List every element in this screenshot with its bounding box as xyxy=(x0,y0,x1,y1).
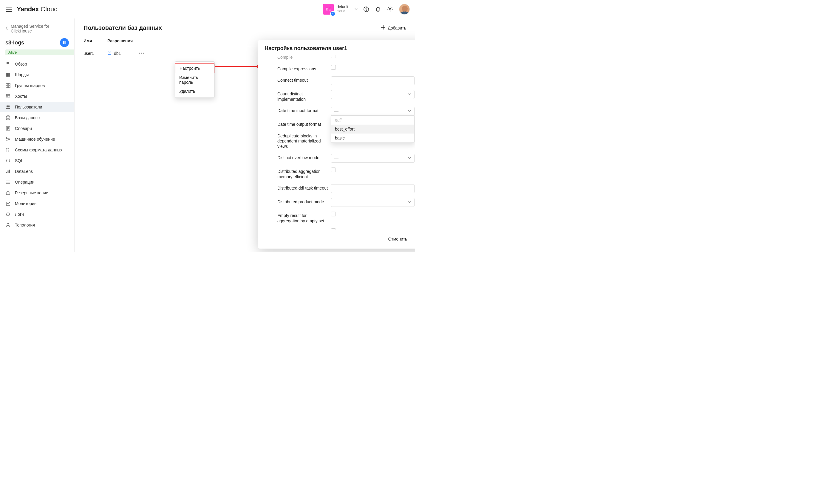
sidebar-item-10[interactable]: DataLens xyxy=(0,166,74,177)
chevron-down-icon xyxy=(354,7,358,12)
dd-basic[interactable]: basic xyxy=(331,133,414,143)
svg-point-26 xyxy=(8,223,9,224)
col-perm: Разрешения xyxy=(107,39,133,43)
backups-icon xyxy=(5,190,11,195)
row-more-button[interactable]: ••• xyxy=(139,51,145,56)
chevron-left-icon xyxy=(5,26,8,31)
svg-rect-25 xyxy=(6,192,10,194)
sidebar-item-0[interactable]: Обзор xyxy=(0,59,74,69)
svg-point-13 xyxy=(7,95,7,95)
select-dt-input[interactable]: — xyxy=(331,107,415,116)
database-icon xyxy=(107,51,111,56)
panel-title: Настройка пользователя user1 xyxy=(264,45,347,52)
help-icon[interactable] xyxy=(360,3,372,15)
lbl-distinct-overflow: Distinct overflow mode xyxy=(277,154,328,161)
sidebar-item-label: Топология xyxy=(15,223,35,227)
sidebar-item-7[interactable]: Машинное обучение xyxy=(0,134,74,145)
chk-empty-agg[interactable] xyxy=(331,212,336,216)
svg-rect-3 xyxy=(63,41,64,44)
context-menu: Настроить Изменить пароль Удалить xyxy=(175,61,215,98)
chk-compile-expressions[interactable] xyxy=(331,65,336,70)
bell-icon[interactable] xyxy=(372,3,384,15)
sidebar-item-label: Обзор xyxy=(15,62,27,66)
account-badge-text: DE xyxy=(326,7,331,11)
chk-dist-agg-mem[interactable] xyxy=(331,168,336,172)
ctx-delete[interactable]: Удалить xyxy=(175,87,214,96)
sidebar-item-9[interactable]: SQL xyxy=(0,155,74,166)
ops-icon xyxy=(5,180,11,184)
svg-point-29 xyxy=(108,51,111,52)
account-switcher[interactable]: DE default cloud xyxy=(321,3,360,16)
svg-rect-4 xyxy=(64,41,66,44)
select-placeholder: — xyxy=(334,156,339,161)
sidebar-item-label: Базы данных xyxy=(15,115,41,120)
cancel-button[interactable]: Отменить xyxy=(383,234,412,244)
cell-username: user1 xyxy=(84,51,101,56)
page-title: Пользователи баз данных xyxy=(84,24,162,31)
svg-point-14 xyxy=(7,96,7,97)
lbl-dist-agg-mem: Distributed aggregation memory efficient xyxy=(277,168,328,179)
cluster-indicator-icon[interactable] xyxy=(60,38,69,47)
ml-icon xyxy=(5,137,11,142)
input-dist-ddl-timeout[interactable] xyxy=(331,184,415,193)
logo[interactable]: Yandex Cloud xyxy=(17,5,58,13)
databases-icon xyxy=(5,115,11,120)
sidebar-item-15[interactable]: Топология xyxy=(0,220,74,230)
chevron-down-icon xyxy=(408,109,411,114)
sql-icon xyxy=(5,158,11,163)
sidebar-item-13[interactable]: Мониторинг xyxy=(0,198,74,209)
cell-db-name: db1 xyxy=(114,51,121,56)
account-badge: DE xyxy=(323,4,334,15)
avatar[interactable] xyxy=(399,4,410,15)
sidebar-item-14[interactable]: Логи xyxy=(0,209,74,220)
sidebar-item-11[interactable]: Операции xyxy=(0,177,74,187)
breadcrumb[interactable]: Managed Service for ClickHouse xyxy=(0,21,74,36)
svg-point-19 xyxy=(6,138,7,138)
cell-permission: db1 xyxy=(107,51,121,56)
select-distinct-overflow[interactable]: — xyxy=(331,154,415,163)
sidebar-item-label: Пользователи xyxy=(15,105,42,109)
add-user-button[interactable]: Добавить xyxy=(381,25,406,31)
gear-icon[interactable] xyxy=(384,3,396,15)
logo-yandex: Yandex xyxy=(17,5,39,13)
sidebar-item-8[interactable]: Схемы формата данных xyxy=(0,145,74,155)
select-placeholder: — xyxy=(334,92,339,97)
svg-point-21 xyxy=(9,139,10,140)
chevron-down-icon xyxy=(408,156,411,161)
dicts-icon xyxy=(5,126,11,131)
sidebar-item-6[interactable]: Словари xyxy=(0,123,74,134)
sidebar-item-3[interactable]: Хосты xyxy=(0,91,74,102)
logo-cloud: Cloud xyxy=(41,5,57,13)
add-user-label: Добавить xyxy=(388,25,406,31)
hosts-icon xyxy=(5,94,11,99)
sidebar-item-1[interactable]: Шарды xyxy=(0,69,74,80)
svg-point-2 xyxy=(389,8,391,10)
status-badge: Alive xyxy=(5,50,74,55)
lbl-empty-agg: Empty result for aggregation by empty se… xyxy=(277,212,328,224)
sidebar-item-label: SQL xyxy=(15,158,23,163)
chk-http-comp[interactable] xyxy=(331,228,336,229)
svg-rect-10 xyxy=(8,86,10,88)
main: Пользователи баз данных Добавить Имя Раз… xyxy=(75,18,415,252)
account-name: default xyxy=(337,5,348,9)
chk-compile[interactable] xyxy=(331,55,336,58)
sidebar-item-2[interactable]: Группы шардов xyxy=(0,80,74,91)
dd-best-effort[interactable]: best_effort xyxy=(331,125,414,133)
svg-point-16 xyxy=(8,106,10,107)
sidebar-item-4[interactable]: Пользователи xyxy=(0,102,74,112)
dd-null[interactable]: null xyxy=(331,116,414,125)
select-dist-product[interactable]: — xyxy=(331,198,415,207)
sidebar-item-label: Резервные копии xyxy=(15,190,48,195)
sidebar-item-label: Хосты xyxy=(15,94,27,99)
ctx-change-password[interactable]: Изменить пароль xyxy=(175,73,214,87)
sidebar-item-5[interactable]: Базы данных xyxy=(0,112,74,123)
svg-point-20 xyxy=(6,140,7,141)
ctx-configure[interactable]: Настроить xyxy=(175,63,214,73)
users-icon xyxy=(5,105,11,109)
sidebar-item-12[interactable]: Резервные копии xyxy=(0,187,74,198)
hamburger-menu[interactable] xyxy=(3,3,15,15)
lbl-dt-output: Date time output format xyxy=(277,120,328,127)
select-count-distinct[interactable]: — xyxy=(331,90,415,99)
flag-icon xyxy=(5,62,11,66)
input-connect-timeout[interactable] xyxy=(331,76,415,85)
